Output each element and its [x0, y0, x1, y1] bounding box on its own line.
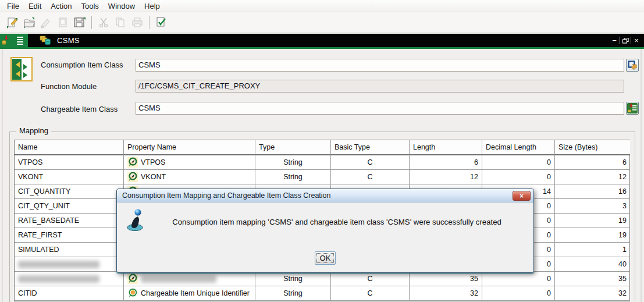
cell-length[interactable]: 35: [410, 272, 482, 286]
cell-size[interactable]: 32: [555, 286, 630, 301]
table-row: CITIDChargeable Item Unique IdentifierSt…: [15, 286, 629, 301]
cell-property[interactable]: VKONT: [124, 170, 255, 184]
cell-name[interactable]: SIMULATED: [15, 243, 124, 257]
table-row: StringC35035: [15, 272, 629, 286]
menu-item-help[interactable]: Help: [140, 1, 165, 12]
cell-size[interactable]: 12: [555, 170, 630, 184]
coins-list-icon: [627, 103, 638, 113]
cell-property[interactable]: Chargeable Item Unique Identifier: [124, 286, 255, 301]
column-header-name[interactable]: Name: [15, 140, 124, 155]
menu-item-action[interactable]: Action: [46, 1, 76, 12]
cell-basic-type[interactable]: C: [331, 272, 410, 286]
cell-name[interactable]: [15, 272, 124, 286]
cell-name[interactable]: CIT_QTY_UNIT: [15, 199, 124, 214]
cell-size[interactable]: 1: [555, 243, 630, 257]
cell-size[interactable]: 6: [555, 155, 630, 170]
check-icon[interactable]: [154, 15, 169, 30]
menu-item-window[interactable]: Window: [104, 1, 140, 12]
create-icon[interactable]: [5, 15, 20, 30]
window-title: CSMS: [57, 36, 80, 45]
cell-name[interactable]: RATE_FIRST: [15, 228, 124, 243]
minimize-icon[interactable]: −: [609, 35, 620, 45]
cell-decimal-length[interactable]: 0: [482, 286, 555, 301]
copy-icon[interactable]: [113, 15, 128, 30]
ok-button[interactable]: OK: [315, 251, 336, 265]
property-name-text: VKONT: [141, 170, 166, 184]
cell-type[interactable]: String: [255, 272, 331, 286]
dialog-close-icon[interactable]: ×: [513, 191, 531, 201]
consumption-item-class-field[interactable]: CSMS: [136, 59, 624, 72]
cell-name[interactable]: VKONT: [15, 170, 124, 184]
cell-type[interactable]: String: [255, 286, 331, 301]
print-icon[interactable]: [130, 15, 145, 30]
display-icon[interactable]: [55, 15, 70, 30]
mapping-transfer-icon: [10, 57, 33, 84]
dialog-message: Consumption item mapping 'CSMS' and char…: [147, 218, 526, 226]
column-header-type[interactable]: Type: [255, 140, 331, 155]
restore-icon[interactable]: [620, 35, 631, 45]
cell-name[interactable]: CITID: [15, 286, 124, 301]
cell-basic-type[interactable]: C: [331, 170, 410, 184]
column-header-property-name[interactable]: Property Name: [124, 140, 255, 155]
chargeable-item-class-field[interactable]: CSMS: [136, 102, 624, 115]
cell-decimal-length[interactable]: 0: [482, 155, 555, 170]
cell-decimal-length[interactable]: 0: [482, 272, 555, 286]
cell-name[interactable]: [15, 257, 124, 272]
cell-length[interactable]: 6: [410, 155, 482, 170]
toolbar-separator: [91, 16, 92, 29]
cut-icon[interactable]: [96, 15, 111, 30]
cell-size[interactable]: 35: [555, 272, 630, 286]
menu-item-edit[interactable]: Edit: [24, 1, 46, 12]
column-header-length[interactable]: Length: [410, 140, 482, 155]
save-icon[interactable]: [72, 15, 87, 30]
cell-decimal-length[interactable]: 0: [482, 170, 555, 184]
edit-icon[interactable]: [38, 15, 54, 30]
menu-bar: FileEditActionToolsWindowHelp: [0, 0, 644, 12]
cell-type[interactable]: String: [255, 170, 331, 184]
cell-property[interactable]: [124, 272, 255, 286]
cell-property[interactable]: VTPOS: [124, 155, 255, 170]
focus-ring: [316, 253, 334, 263]
column-header-basic-type[interactable]: Basic Type: [331, 140, 410, 155]
cell-size[interactable]: 19: [555, 228, 630, 243]
cell-size[interactable]: 19: [555, 214, 630, 228]
open-icon[interactable]: [22, 15, 37, 30]
close-icon[interactable]: ×: [631, 35, 642, 45]
toolbar: [0, 12, 644, 33]
cell-name[interactable]: VTPOS: [15, 155, 124, 170]
cell-size[interactable]: 16: [555, 184, 630, 199]
cell-name[interactable]: RATE_BASEDATE: [15, 214, 124, 228]
column-header-decimal-length[interactable]: Decimal Length: [482, 140, 555, 155]
cell-size[interactable]: 3: [555, 199, 630, 214]
cell-basic-type[interactable]: C: [331, 286, 410, 301]
redacted-text: [18, 275, 99, 283]
cell-name[interactable]: CIT_QUANTITY: [15, 184, 124, 199]
session-icon: [40, 35, 52, 46]
property-circle-icon: [127, 288, 138, 299]
cell-basic-type[interactable]: C: [331, 155, 410, 170]
cell-length[interactable]: 32: [410, 286, 482, 301]
table-row: VKONTVKONTStringC12012: [15, 170, 629, 184]
dialog-titlebar[interactable]: Consumption Item Mapping and Chargeable …: [117, 189, 533, 202]
function-module-label: Function Module: [41, 82, 97, 91]
transfer-icon: [627, 60, 638, 70]
mapping-group-label: Mapping: [16, 126, 51, 135]
cell-size[interactable]: 40: [555, 257, 630, 272]
property-name-text: Chargeable Item Unique Identifier: [141, 286, 250, 300]
menu-item-file[interactable]: File: [2, 1, 24, 12]
transfer-button[interactable]: [626, 59, 639, 72]
property-compass-icon: [127, 273, 138, 284]
menu-item-tools[interactable]: Tools: [77, 1, 104, 12]
cell-type[interactable]: String: [255, 155, 331, 170]
window-frame-left: [2, 49, 3, 302]
info-icon: [126, 208, 146, 235]
app-block: [0, 34, 28, 47]
chargeable-item-class-label: Chargeable Item Class: [41, 105, 118, 113]
cell-length[interactable]: 12: [410, 170, 482, 184]
property-name-text: VTPOS: [141, 155, 165, 169]
column-header-size-bytes-[interactable]: Size (Bytes): [555, 140, 630, 155]
window-titlebar[interactable]: CSMS − ×: [0, 34, 644, 47]
list-icon: [16, 35, 25, 47]
chargeable-item-class-button[interactable]: [626, 102, 639, 115]
property-compass-icon: [127, 157, 138, 168]
